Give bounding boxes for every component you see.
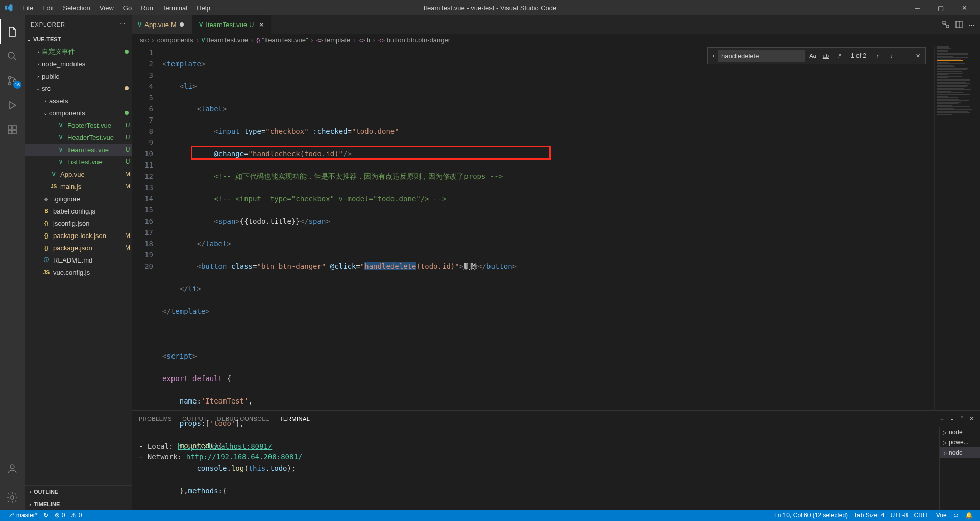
breadcrumb-item[interactable]: src (140, 36, 149, 44)
tree-item-public[interactable]: ›public (24, 70, 132, 82)
main-area: 16 EXPLORER ⋯ ⌄ VUE-TEST ›自定义事件›node_mod… (0, 15, 980, 510)
svg-point-3 (9, 83, 11, 85)
editor-tabs: VApp.vue MVIteamTest.vue U✕ ⋯ (132, 15, 980, 34)
tree-item------[interactable]: ›自定义事件 (24, 45, 132, 58)
menu-go[interactable]: Go (119, 2, 136, 14)
vscode-logo-icon (4, 3, 13, 12)
split-icon[interactable] (955, 20, 963, 29)
breadcrumb-item[interactable]: <> button.btn.btn-danger (378, 36, 450, 44)
tab-close-icon[interactable]: ✕ (259, 21, 264, 29)
menu-terminal[interactable]: Terminal (158, 2, 191, 14)
terminal-item[interactable]: ▷powe... (940, 437, 980, 447)
activity-search[interactable] (0, 44, 24, 68)
file-tree: ›自定义事件›node_modules›public⌄src›assets⌄co… (24, 45, 132, 485)
menu-selection[interactable]: Selection (59, 2, 94, 14)
activity-extensions[interactable] (0, 117, 24, 142)
more-icon[interactable]: ⋯ (968, 21, 975, 29)
tree-item-src[interactable]: ⌄src (24, 82, 132, 94)
panel-close-icon[interactable]: ✕ (969, 415, 974, 423)
svg-rect-8 (13, 126, 16, 129)
tree-item-jsconfig-json[interactable]: {}jsconfig.json (24, 217, 132, 229)
window-title: IteamTest.vue - vue-test - Visual Studio… (424, 4, 557, 12)
activity-account[interactable] (0, 457, 24, 481)
panel-maximize-icon[interactable]: ⌃ (960, 415, 964, 423)
sb-lang[interactable]: Vue (933, 512, 950, 519)
tree-item--gitignore[interactable]: ◆.gitignore (24, 193, 132, 205)
tree-item-components[interactable]: ⌄components (24, 107, 132, 119)
editor-body: › Aa ab .* 1 of 2 ↑ ↓ ≡ ✕ 12345678910111… (132, 46, 980, 410)
menu-edit[interactable]: Edit (38, 2, 58, 14)
breadcrumb-item[interactable]: <> template (316, 36, 350, 44)
sidebar: EXPLORER ⋯ ⌄ VUE-TEST ›自定义事件›node_module… (24, 15, 132, 510)
sb-notification-icon[interactable]: 🔔 (962, 512, 976, 519)
branch-icon: ⎇ (7, 512, 14, 519)
breadcrumb-item[interactable]: V IteamTest.vue (202, 36, 248, 44)
tree-item-main-js[interactable]: JSmain.jsM (24, 180, 132, 193)
tree-item-footertest-vue[interactable]: VFooterTest.vueU (24, 119, 132, 131)
sb-sync[interactable]: ↻ (40, 512, 52, 519)
tree-item-package-lock-json[interactable]: {}package-lock.jsonM (24, 229, 132, 242)
sb-branch[interactable]: ⎇ master* (4, 512, 40, 519)
svg-point-10 (11, 496, 14, 499)
sidebar-more-icon[interactable]: ⋯ (119, 21, 126, 28)
tree-item-package-json[interactable]: {}package.jsonM (24, 242, 132, 254)
tree-item-headertest-vue[interactable]: VHeaderTest.vueU (24, 131, 132, 144)
svg-rect-5 (8, 126, 12, 129)
sb-warnings[interactable]: ⚠ 0 (68, 512, 85, 519)
svg-point-2 (9, 77, 11, 79)
outline-label: OUTLINE (34, 489, 58, 495)
folder-header[interactable]: ⌄ VUE-TEST (24, 33, 132, 45)
menu-view[interactable]: View (95, 2, 118, 14)
tree-item-vue-config-js[interactable]: JSvue.config.js (24, 266, 132, 278)
menu-run[interactable]: Run (137, 2, 157, 14)
branch-label: master* (16, 512, 37, 519)
breadcrumb-item[interactable]: {} "IteamTest.vue" (256, 36, 308, 44)
code-area[interactable]: <template> <li> <label> <input type="che… (162, 46, 934, 410)
folder-name: VUE-TEST (33, 36, 61, 42)
timeline-section[interactable]: › TIMELINE (24, 498, 132, 510)
sb-errors[interactable]: ⊗ 0 (52, 512, 68, 519)
timeline-label: TIMELINE (34, 501, 60, 507)
window-controls: ─ ▢ ✕ (905, 0, 976, 15)
activity-settings[interactable] (0, 485, 24, 510)
menu-help[interactable]: Help (192, 2, 214, 14)
svg-line-1 (14, 58, 16, 60)
svg-point-0 (8, 52, 14, 58)
tree-item-assets[interactable]: ›assets (24, 94, 132, 107)
line-gutter: 1234567891011121314151617181920 (132, 46, 162, 410)
outline-section[interactable]: › OUTLINE (24, 485, 132, 498)
terminal-new-icon[interactable]: ＋ (939, 415, 945, 423)
tree-item-app-vue[interactable]: VApp.vueM (24, 168, 132, 180)
compare-icon[interactable] (942, 20, 950, 29)
minimize-button[interactable]: ─ (905, 0, 929, 15)
tab-iteamtest-vue[interactable]: VIteamTest.vue U✕ (193, 15, 271, 34)
breadcrumb[interactable]: src›components›V IteamTest.vue›{} "Iteam… (132, 34, 980, 46)
minimap[interactable] (934, 46, 980, 410)
activity-bar: 16 (0, 15, 24, 510)
activity-explorer[interactable] (0, 19, 24, 44)
svg-point-9 (10, 465, 14, 469)
chevron-down-icon: ⌄ (27, 36, 31, 43)
close-button[interactable]: ✕ (952, 0, 976, 15)
tree-item-iteamtest-vue[interactable]: VIteamTest.vueU (24, 144, 132, 156)
terminal-dropdown-icon[interactable]: ⌄ (950, 415, 954, 423)
titlebar: FileEditSelectionViewGoRunTerminalHelp I… (0, 0, 980, 15)
terminal-item[interactable]: ▷node (940, 427, 980, 437)
tree-item-babel-config-js[interactable]: Bbabel.config.js (24, 205, 132, 217)
activity-scm[interactable]: 16 (0, 68, 24, 93)
svg-rect-6 (8, 130, 12, 134)
breadcrumb-item[interactable]: components (157, 36, 193, 44)
tree-item-readme-md[interactable]: ⓘREADME.md (24, 254, 132, 266)
tree-item-node-modules[interactable]: ›node_modules (24, 58, 132, 70)
activity-debug[interactable] (0, 93, 24, 117)
tab-dirty-icon (180, 22, 184, 27)
tree-item-listtest-vue[interactable]: VListTest.vueU (24, 156, 132, 168)
scm-badge: 16 (13, 81, 21, 89)
menu-file[interactable]: File (18, 2, 37, 14)
breadcrumb-item[interactable]: <> li (359, 36, 370, 44)
sb-feedback[interactable]: ☺ (950, 512, 962, 519)
terminal-list: ▷node▷powe...▷node (939, 427, 980, 510)
tab-app-vue[interactable]: VApp.vue M (132, 15, 193, 34)
terminal-item[interactable]: ▷node (940, 447, 980, 458)
maximize-button[interactable]: ▢ (929, 0, 952, 15)
